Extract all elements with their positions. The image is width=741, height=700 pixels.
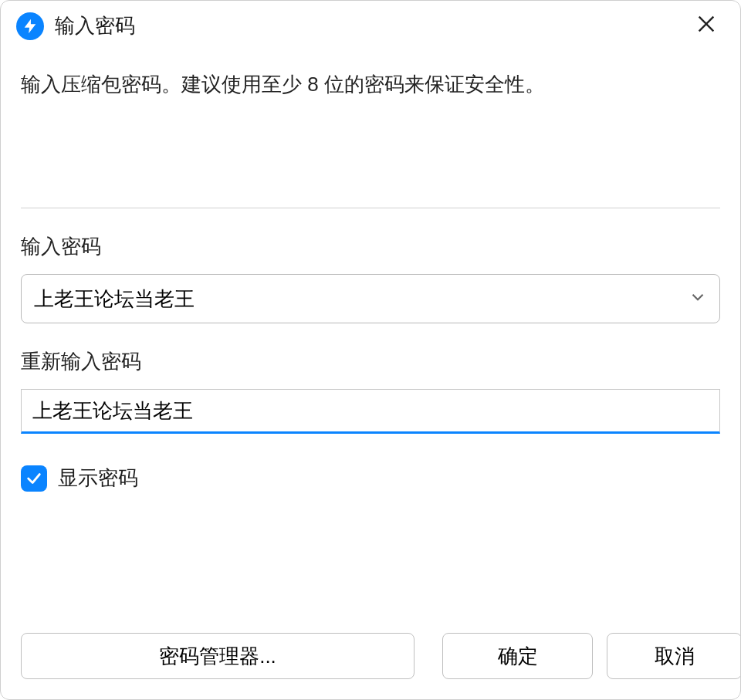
titlebar: 输入密码: [1, 1, 740, 46]
divider: [21, 208, 720, 208]
password-combo[interactable]: [21, 274, 720, 323]
ok-button[interactable]: 确定: [442, 633, 593, 679]
show-password-row[interactable]: 显示密码: [21, 465, 720, 492]
password-dialog: 输入密码 输入压缩包密码。建议使用至少 8 位的密码来保证安全性。 输入密码 重…: [0, 0, 741, 700]
password-label: 输入密码: [21, 233, 720, 260]
app-icon: [16, 12, 44, 40]
password-input[interactable]: [21, 274, 720, 323]
dialog-title: 输入密码: [55, 12, 135, 39]
confirm-password-label: 重新输入密码: [21, 348, 720, 375]
cancel-button[interactable]: 取消: [607, 633, 741, 679]
show-password-label: 显示密码: [58, 465, 138, 492]
dialog-body: 输入压缩包密码。建议使用至少 8 位的密码来保证安全性。 输入密码 重新输入密码…: [1, 46, 740, 619]
close-icon[interactable]: [688, 10, 725, 42]
show-password-checkbox[interactable]: [21, 465, 47, 492]
confirm-password-input[interactable]: [21, 389, 720, 434]
password-manager-button[interactable]: 密码管理器...: [21, 633, 414, 679]
instruction-text: 输入压缩包密码。建议使用至少 8 位的密码来保证安全性。: [21, 69, 720, 100]
dialog-footer: 密码管理器... 确定 取消: [1, 619, 740, 699]
